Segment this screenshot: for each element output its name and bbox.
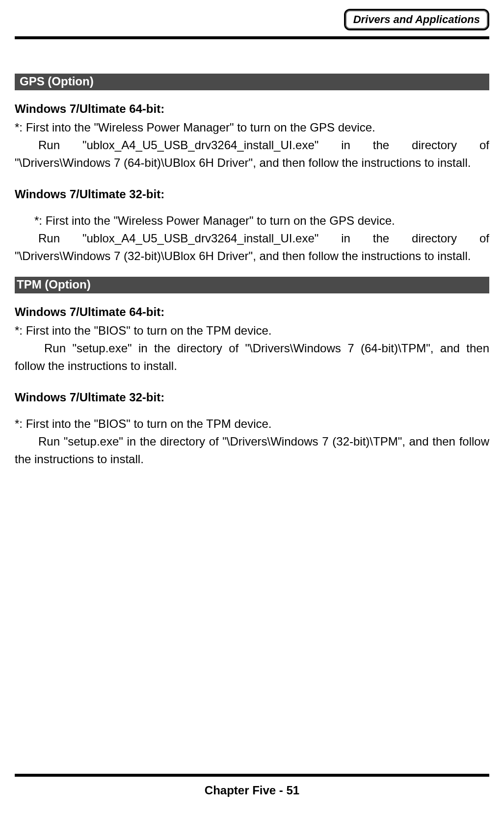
gps-win32-line-b: "\Drivers\Windows 7 (32-bit)\UBlox 6H Dr… (15, 247, 489, 265)
gps-win64-line-b: "\Drivers\Windows 7 (64-bit)\UBlox 6H Dr… (15, 154, 489, 172)
page-header: Drivers and Applications (15, 9, 489, 30)
tpm-win64-body: Run "setup.exe" in the directory of "\Dr… (15, 340, 489, 375)
tpm-win32-body: Run "setup.exe" in the directory of "\Dr… (15, 433, 489, 468)
top-rule (15, 36, 489, 39)
gps-win32-heading: Windows 7/Ultimate 32-bit: (15, 187, 489, 201)
gps-win64-heading: Windows 7/Ultimate 64-bit: (15, 102, 489, 116)
content-area: GPS (Option) Windows 7/Ultimate 64-bit: … (15, 74, 489, 468)
tpm-win64-note: *: First into the "BIOS" to turn on the … (15, 322, 489, 340)
page-footer: Chapter Five - 51 (0, 784, 504, 797)
bottom-rule (15, 774, 489, 777)
section-title-gps: GPS (Option) (15, 74, 489, 90)
section-title-tpm: TPM (Option) (15, 277, 489, 293)
header-badge: Drivers and Applications (344, 9, 489, 30)
gps-win64-line-a: Run "ublox_A4_U5_USB_drv3264_install_UI.… (15, 136, 489, 154)
gps-win64-note: *: First into the "Wireless Power Manage… (15, 119, 489, 136)
tpm-win64-heading: Windows 7/Ultimate 64-bit: (15, 305, 489, 319)
tpm-win32-note: *: First into the "BIOS" to turn on the … (15, 415, 489, 433)
gps-win32-line-a: Run "ublox_A4_U5_USB_drv3264_install_UI.… (15, 230, 489, 247)
gps-win32-note: *: First into the "Wireless Power Manage… (15, 212, 489, 230)
tpm-win32-heading: Windows 7/Ultimate 32-bit: (15, 391, 489, 404)
